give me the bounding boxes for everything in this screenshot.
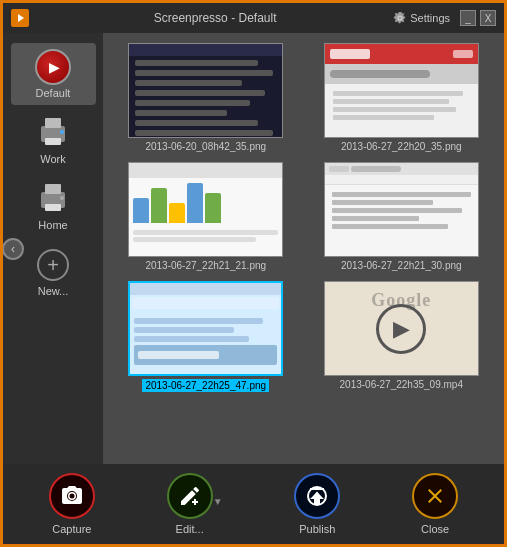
thumbnail-filename-6: 2013-06-27_22h35_09.mp4 — [340, 379, 463, 390]
thumbnail-preview-4 — [324, 162, 479, 257]
svg-rect-7 — [45, 184, 61, 194]
capture-label: Capture — [52, 523, 91, 535]
screenshot-content-2 — [325, 44, 478, 137]
settings-button[interactable]: Settings — [393, 11, 450, 25]
publish-label: Publish — [299, 523, 335, 535]
thumbnail-preview-5 — [128, 281, 283, 376]
screenshot-content-3 — [129, 163, 282, 256]
close-icon — [423, 484, 447, 508]
list-item[interactable]: 2013-06-27_22h21_21.png — [113, 162, 299, 271]
main-window: Screenpresso - Default Settings _ X Defa — [0, 0, 507, 547]
list-item[interactable]: 2013-06-27_22h20_35.png — [309, 43, 495, 152]
capture-icon-circle — [49, 473, 95, 519]
capture-button[interactable]: Capture — [49, 473, 95, 535]
plus-icon: + — [37, 249, 69, 281]
list-item[interactable]: 2013-06-20_08h42_35.png — [113, 43, 299, 152]
camera-icon — [60, 484, 84, 508]
printer-home-icon — [36, 184, 70, 214]
screenshot-content-1 — [129, 44, 282, 137]
edit-button-group: Edit... ▼ — [167, 473, 223, 535]
publish-icon-circle — [294, 473, 340, 519]
thumbnail-grid: 2013-06-20_08h42_35.png — [113, 43, 494, 392]
svg-point-5 — [60, 130, 64, 134]
titlebar: Screenpresso - Default Settings _ X — [3, 3, 504, 33]
sidebar-label-home: Home — [38, 219, 67, 231]
toolbar-close-button[interactable]: Close — [412, 473, 458, 535]
thumbnail-filename-5: 2013-06-27_22h25_47.png — [142, 379, 269, 392]
thumbnail-filename-4: 2013-06-27_22h21_30.png — [341, 260, 462, 271]
edit-button[interactable]: Edit... — [167, 473, 213, 535]
thumbnail-filename-3: 2013-06-27_22h21_21.png — [145, 260, 266, 271]
screenshot-content-6: Google ▶ — [325, 282, 478, 375]
collapse-arrow-icon: ‹ — [11, 242, 15, 256]
new-icon: + — [35, 247, 71, 283]
list-item[interactable]: 2013-06-27_22h21_30.png — [309, 162, 495, 271]
list-item[interactable]: 2013-06-27_22h25_47.png — [113, 281, 299, 392]
content-area: 2013-06-20_08h42_35.png — [103, 33, 504, 464]
sidebar-label-work: Work — [40, 153, 65, 165]
edit-dropdown-arrow[interactable]: ▼ — [213, 496, 223, 507]
thumbnail-filename-1: 2013-06-20_08h42_35.png — [145, 141, 266, 152]
window-title: Screenpresso - Default — [37, 11, 393, 25]
thumbnail-filename-2: 2013-06-27_22h20_35.png — [341, 141, 462, 152]
edit-label: Edit... — [176, 523, 204, 535]
list-item[interactable]: Google ▶ 2013-06-27_22h35_09.mp4 — [309, 281, 495, 392]
close-icon-circle — [412, 473, 458, 519]
sidebar-label-default: Default — [36, 87, 71, 99]
thumbnail-preview-1 — [128, 43, 283, 138]
default-icon-circle — [35, 49, 71, 85]
settings-label: Settings — [410, 12, 450, 24]
toolbar: Capture Edit... ▼ — [3, 464, 504, 544]
main-area: Default Work — [3, 33, 504, 464]
sidebar-item-home[interactable]: Home — [11, 175, 96, 237]
sidebar: Default Work — [3, 33, 103, 464]
svg-point-9 — [60, 196, 64, 200]
default-icon — [35, 49, 71, 85]
sidebar-collapse-button[interactable]: ‹ — [3, 238, 24, 260]
screenshot-content-5 — [130, 283, 281, 374]
svg-rect-3 — [45, 118, 61, 128]
svg-rect-8 — [45, 204, 61, 211]
minimize-button[interactable]: _ — [460, 10, 476, 26]
sidebar-item-work[interactable]: Work — [11, 109, 96, 171]
gear-icon — [393, 11, 407, 25]
window-subtitle: Default — [238, 11, 276, 25]
edit-icon-circle — [167, 473, 213, 519]
window-controls: _ X — [460, 10, 496, 26]
sidebar-label-new: New... — [38, 285, 69, 297]
screenshot-content-4 — [325, 163, 478, 256]
thumbnail-preview-6: Google ▶ — [324, 281, 479, 376]
app-icon — [11, 9, 29, 27]
close-label: Close — [421, 523, 449, 535]
sidebar-item-default[interactable]: Default — [11, 43, 96, 105]
upload-icon — [305, 484, 329, 508]
publish-button[interactable]: Publish — [294, 473, 340, 535]
thumbnail-preview-2 — [324, 43, 479, 138]
home-icon — [35, 181, 71, 217]
edit-icon — [178, 484, 202, 508]
thumbnail-preview-3 — [128, 162, 283, 257]
work-icon — [35, 115, 71, 151]
close-button[interactable]: X — [480, 10, 496, 26]
svg-rect-4 — [45, 138, 61, 145]
printer-work-icon — [36, 118, 70, 148]
app-name: Screenpresso — [154, 11, 228, 25]
video-play-icon: ▶ — [376, 304, 426, 354]
